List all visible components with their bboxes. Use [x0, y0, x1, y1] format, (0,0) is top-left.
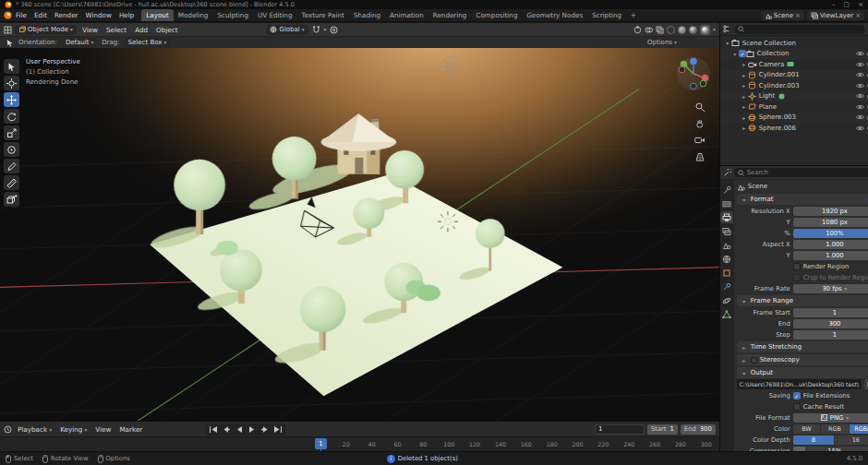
- show-gizmo-icon[interactable]: [633, 26, 642, 34]
- timeline-menu-view[interactable]: View: [92, 425, 114, 434]
- rotate-tool-button[interactable]: [4, 109, 19, 124]
- playhead[interactable]: 1: [315, 438, 327, 449]
- hide-in-viewport-icon[interactable]: [856, 125, 864, 131]
- workspace-tab-sculpting[interactable]: Sculpting: [212, 9, 253, 21]
- outliner-search-input[interactable]: [734, 25, 865, 34]
- workspace-tab-texture-paint[interactable]: Texture Paint: [296, 9, 348, 21]
- hide-in-viewport-icon[interactable]: [856, 83, 864, 89]
- output-panel-header[interactable]: ▾Output: [737, 367, 868, 378]
- hide-in-viewport-icon[interactable]: [856, 62, 864, 67]
- annotate-tool-button[interactable]: [4, 159, 19, 173]
- hide-in-viewport-icon[interactable]: [856, 72, 864, 78]
- expand-dot-icon[interactable]: ▸: [741, 103, 748, 110]
- shading-material-button[interactable]: [689, 26, 697, 34]
- mode-select[interactable]: Object Mode ▾: [15, 25, 77, 35]
- outliner-row-scene-collection[interactable]: ▾ Scene Collection: [720, 38, 868, 49]
- resolution-y-field[interactable]: 1080 px: [793, 218, 868, 227]
- frame-range-panel-header[interactable]: ▾Frame Range: [737, 295, 868, 306]
- toggle-xray-icon[interactable]: [656, 26, 664, 34]
- frame-start-field[interactable]: Start1: [647, 424, 678, 435]
- menu-render[interactable]: Render: [51, 9, 82, 21]
- expand-dot-icon[interactable]: ▸: [741, 125, 748, 131]
- tab-object[interactable]: [720, 267, 733, 279]
- outliner-row-plane[interactable]: ▸ Plane: [720, 101, 868, 113]
- cache-result-checkbox[interactable]: [793, 403, 801, 411]
- select-box-tool-button[interactable]: [4, 59, 19, 74]
- color-rgb-option[interactable]: RGB: [821, 424, 849, 434]
- stereoscopy-panel-header[interactable]: ▸Stereoscopy: [737, 354, 868, 365]
- expand-dot-icon[interactable]: ▸: [741, 72, 748, 78]
- snap-options-dropdown[interactable]: ▾: [324, 27, 327, 32]
- menu-help[interactable]: Help: [115, 9, 138, 21]
- menu-window[interactable]: Window: [82, 9, 115, 21]
- workspace-tab-scripting[interactable]: Scripting: [587, 9, 626, 21]
- minimize-button[interactable]: –: [832, 1, 836, 9]
- expand-dot-icon[interactable]: ▸: [741, 82, 748, 89]
- tab-modifiers[interactable]: [720, 280, 733, 292]
- unlink-viewlayer-icon[interactable]: ×: [855, 12, 861, 19]
- tab-render[interactable]: [720, 197, 733, 209]
- timeline-menu-playback[interactable]: Playback ▾: [15, 425, 54, 434]
- timeline-editor-icon[interactable]: [4, 425, 12, 434]
- viewport-menu-view[interactable]: View: [79, 26, 101, 34]
- menu-edit[interactable]: Edit: [30, 9, 51, 21]
- viewport-menu-select[interactable]: Select: [103, 26, 129, 34]
- workspace-tab-shading[interactable]: Shading: [349, 9, 385, 21]
- depth-8-option[interactable]: 8: [793, 435, 836, 445]
- shading-wireframe-button[interactable]: [667, 26, 675, 34]
- color-bw-option[interactable]: BW: [793, 424, 821, 434]
- shading-rendered-button[interactable]: [701, 26, 709, 34]
- outliner-row-cylinder-003[interactable]: ▸ Cylinder.003: [720, 80, 868, 91]
- tab-output[interactable]: [720, 211, 733, 223]
- open-folder-button[interactable]: [864, 379, 868, 389]
- outliner-row-sphere-003[interactable]: ▸ Sphere.003: [720, 113, 868, 124]
- outliner-row-light[interactable]: ▸ Light: [720, 91, 868, 102]
- tab-data[interactable]: [720, 308, 733, 320]
- render-region-checkbox[interactable]: [793, 263, 801, 270]
- zoom-icon[interactable]: [694, 101, 705, 113]
- hide-in-viewport-icon[interactable]: [856, 51, 864, 56]
- close-button[interactable]: ×: [858, 1, 863, 9]
- orientation-setting-select[interactable]: Default▾: [62, 38, 97, 48]
- prev-keyframe-button[interactable]: [220, 424, 232, 435]
- cursor-tool-button[interactable]: [4, 76, 19, 90]
- add-cube-tool-button[interactable]: [4, 192, 19, 207]
- viewport-canvas[interactable]: [0, 48, 719, 421]
- transform-tool-button[interactable]: [4, 142, 19, 157]
- viewport-menu-object[interactable]: Object: [153, 26, 180, 34]
- workspace-tab-modeling[interactable]: Modeling: [174, 9, 213, 21]
- expand-arrow-icon[interactable]: ▾: [724, 40, 731, 46]
- crop-region-checkbox[interactable]: [793, 274, 801, 281]
- camera-view-icon[interactable]: [694, 135, 705, 146]
- frame-end-field[interactable]: End300: [681, 424, 716, 435]
- proportional-editing-icon[interactable]: [330, 26, 338, 34]
- play-button[interactable]: [246, 424, 258, 435]
- expand-dot-icon[interactable]: ▸: [741, 61, 748, 67]
- viewlayer-selector[interactable]: ViewLayer ×: [807, 10, 864, 20]
- pan-hand-icon[interactable]: [694, 118, 705, 129]
- resolution-percent-slider[interactable]: 100%: [793, 229, 868, 238]
- file-extensions-checkbox[interactable]: ✓: [793, 392, 801, 399]
- outliner-row-collection[interactable]: ▾ ✓ Collection: [720, 49, 868, 60]
- frame-start-field[interactable]: 1: [793, 308, 868, 317]
- scene-selector[interactable]: Scene ×: [761, 10, 804, 20]
- navigation-gizmo[interactable]: [675, 55, 712, 92]
- depth-16-option[interactable]: 16: [835, 435, 868, 445]
- play-reverse-button[interactable]: [233, 424, 245, 435]
- options-dropdown[interactable]: Options▾: [647, 39, 677, 46]
- resolution-x-field[interactable]: 1920 px: [793, 207, 868, 216]
- hide-in-viewport-icon[interactable]: [856, 93, 864, 99]
- workspace-tab-compositing[interactable]: Compositing: [471, 9, 522, 21]
- viewport-3d[interactable]: User Perspective (1) Collection Renderin…: [0, 48, 719, 421]
- outliner-row-sphere-006[interactable]: ▸ Sphere.006: [720, 123, 868, 134]
- unlink-scene-icon[interactable]: ×: [795, 12, 801, 19]
- maximize-button[interactable]: ▢: [844, 1, 850, 9]
- current-frame-field[interactable]: 1: [595, 424, 645, 435]
- transform-orientation-select[interactable]: Global ▾: [266, 25, 307, 35]
- workspace-tab-layout[interactable]: Layout: [141, 9, 173, 21]
- shading-dropdown[interactable]: ▾: [713, 27, 716, 32]
- time-stretching-panel-header[interactable]: ▸Time Stretching: [737, 341, 868, 352]
- timeline-menu-keying[interactable]: Keying ▾: [57, 425, 90, 434]
- output-path-field[interactable]: C:\Users\76981\On...uk\Desktop\360 test\: [737, 379, 862, 389]
- color-rgba-option[interactable]: RGBA: [850, 424, 868, 434]
